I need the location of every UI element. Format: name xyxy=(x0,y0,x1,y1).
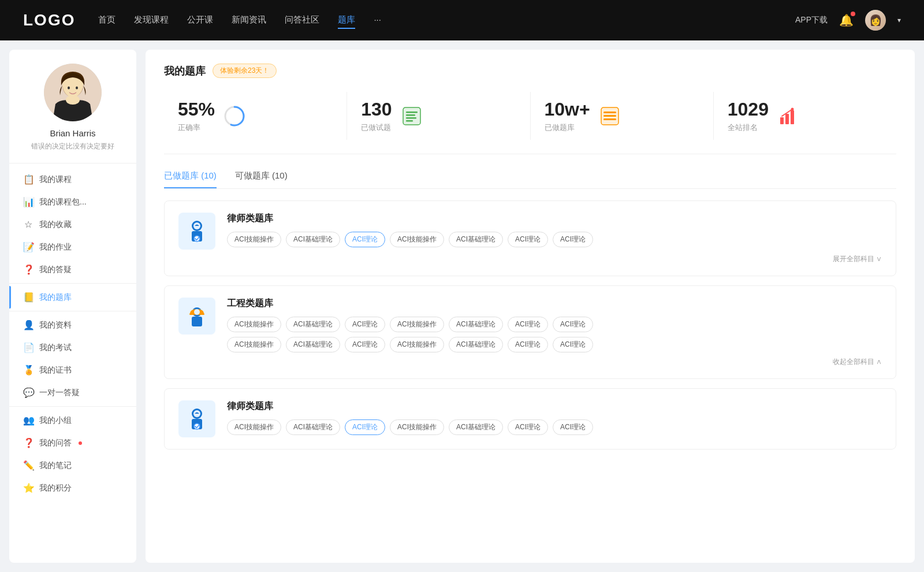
qbank-tag[interactable]: ACI技能操作 xyxy=(390,317,444,332)
sidebar-item-profile[interactable]: 👤 我的资料 xyxy=(9,314,136,336)
svg-rect-21 xyxy=(791,110,794,124)
sidebar-item-favorites[interactable]: ☆ 我的收藏 xyxy=(9,213,136,236)
nav-qa[interactable]: 问答社区 xyxy=(285,12,319,29)
sidebar-item-course[interactable]: 📋 我的课程 xyxy=(9,168,136,191)
qbank-tag[interactable]: ACI基础理论 xyxy=(449,337,503,352)
qbank-tag[interactable]: ACI理论 xyxy=(345,337,385,352)
nav-more[interactable]: ··· xyxy=(374,12,381,29)
sidebar-item-label: 我的笔记 xyxy=(39,460,72,471)
qbank-tag[interactable]: ACI技能操作 xyxy=(227,232,281,247)
qbank-collapse-btn[interactable]: 收起全部科目 ∧ xyxy=(178,357,882,367)
group-icon: 👥 xyxy=(23,415,33,426)
nav-notification-bell[interactable]: 🔔 xyxy=(839,13,854,27)
sidebar-item-label: 我的收藏 xyxy=(39,220,72,230)
svg-point-5 xyxy=(66,95,80,105)
qbank-tag[interactable]: ACI基础理论 xyxy=(286,419,340,435)
qbank-tag[interactable]: ACI技能操作 xyxy=(227,337,281,352)
sidebar-item-homework[interactable]: 📝 我的作业 xyxy=(9,236,136,258)
certificate-icon: 🏅 xyxy=(23,365,33,376)
sidebar-item-exam[interactable]: 📄 我的考试 xyxy=(9,336,136,359)
qbank-name-engineer: 工程类题库 xyxy=(227,298,882,310)
sidebar-divider-3 xyxy=(9,406,136,407)
sidebar-item-one-on-one[interactable]: 💬 一对一答疑 xyxy=(9,381,136,404)
sidebar-item-group[interactable]: 👥 我的小组 xyxy=(9,409,136,432)
qbank-tag[interactable]: ACI技能操作 xyxy=(390,337,444,352)
one-on-one-icon: 💬 xyxy=(23,387,33,398)
questions-icon: ❓ xyxy=(23,264,33,275)
trial-badge: 体验剩余23天！ xyxy=(213,64,277,78)
qbank-tag[interactable]: ACI理论 xyxy=(553,419,593,435)
tabs-row: 已做题库 (10) 可做题库 (10) xyxy=(164,170,896,189)
sidebar-item-questions[interactable]: ❓ 我的答疑 xyxy=(9,258,136,281)
svg-rect-28 xyxy=(192,317,202,326)
main-layout: Brian Harris 错误的决定比没有决定要好 📋 我的课程 📊 我的课程包… xyxy=(0,40,924,572)
qbank-tag[interactable]: ACI基础理论 xyxy=(449,232,503,247)
qbank-card-lawyer-2: 律师类题库 ACI技能操作 ACI基础理论 ACI理论 ACI技能操作 ACI基… xyxy=(164,388,896,450)
qbank-tags-engineer-row1: ACI技能操作 ACI基础理论 ACI理论 ACI技能操作 ACI基础理论 AC… xyxy=(227,317,882,332)
stat-done-questions-label: 已做试题 xyxy=(361,122,392,133)
sidebar-menu: 📋 我的课程 📊 我的课程包... ☆ 我的收藏 📝 我的作业 ❓ 我的答疑 � xyxy=(9,164,136,504)
sidebar-item-label: 一对一答疑 xyxy=(39,388,80,398)
svg-point-30 xyxy=(194,309,200,315)
qbank-tag[interactable]: ACI理论 xyxy=(508,232,548,247)
svg-rect-13 xyxy=(406,120,413,122)
sidebar-item-question-bank[interactable]: 📒 我的题库 xyxy=(9,286,136,309)
user-avatar xyxy=(44,64,102,121)
sidebar-item-label: 我的作业 xyxy=(39,242,72,252)
stat-accuracy-label: 正确率 xyxy=(178,122,215,133)
sidebar: Brian Harris 错误的决定比没有决定要好 📋 我的课程 📊 我的课程包… xyxy=(9,50,136,563)
profile-icon: 👤 xyxy=(23,320,33,330)
tab-done-banks[interactable]: 已做题库 (10) xyxy=(164,170,217,188)
qbank-tag[interactable]: ACI理论 xyxy=(508,317,548,332)
stat-ranking-value: 1029 xyxy=(728,99,769,120)
qbank-tag[interactable]: ACI基础理论 xyxy=(286,317,340,332)
qbank-card-engineer: 工程类题库 ACI技能操作 ACI基础理论 ACI理论 ACI技能操作 ACI基… xyxy=(164,285,896,379)
done-questions-icon xyxy=(400,105,423,128)
qbank-tag[interactable]: ACI技能操作 xyxy=(227,317,281,332)
sidebar-item-notes[interactable]: ✏️ 我的笔记 xyxy=(9,454,136,477)
nav-avatar[interactable]: 👩 xyxy=(865,10,886,31)
qbank-tag[interactable]: ACI技能操作 xyxy=(390,232,444,247)
qbank-tag-active[interactable]: ACI理论 xyxy=(345,232,385,247)
qbank-tag[interactable]: ACI技能操作 xyxy=(227,419,281,435)
qbank-tag[interactable]: ACI基础理论 xyxy=(286,232,340,247)
qbank-icon-lawyer-2 xyxy=(178,400,215,437)
qbank-tag[interactable]: ACI基础理论 xyxy=(449,419,503,435)
sidebar-item-label: 我的小组 xyxy=(39,415,72,426)
sidebar-item-label: 我的考试 xyxy=(39,343,72,353)
qbank-tag[interactable]: ACI理论 xyxy=(553,317,593,332)
sidebar-item-my-qa[interactable]: ❓ 我的问答 xyxy=(9,432,136,454)
sidebar-item-certificate[interactable]: 🏅 我的证书 xyxy=(9,359,136,381)
accuracy-icon xyxy=(223,105,246,128)
qbank-tags-engineer-row2: ACI技能操作 ACI基础理论 ACI理论 ACI技能操作 ACI基础理论 AC… xyxy=(227,337,882,352)
nav-dropdown-arrow[interactable]: ▾ xyxy=(897,16,901,24)
tab-available-banks[interactable]: 可做题库 (10) xyxy=(235,170,288,188)
qbank-tag[interactable]: ACI基础理论 xyxy=(286,337,340,352)
sidebar-item-label: 我的课程包... xyxy=(39,197,87,207)
qbank-tag[interactable]: ACI理论 xyxy=(508,337,548,352)
qbank-tag[interactable]: ACI理论 xyxy=(553,232,593,247)
svg-rect-11 xyxy=(406,114,415,116)
svg-rect-18 xyxy=(603,118,616,120)
stat-done-banks: 10w+ 已做题库 xyxy=(531,92,714,140)
qbank-tag[interactable]: ACI基础理论 xyxy=(449,317,503,332)
sidebar-divider xyxy=(9,283,136,284)
points-icon: ⭐ xyxy=(23,482,33,493)
nav-app-download[interactable]: APP下载 xyxy=(795,15,828,25)
qbank-tag[interactable]: ACI技能操作 xyxy=(390,419,444,435)
nav-question-bank[interactable]: 题库 xyxy=(338,12,355,29)
qbank-tag[interactable]: ACI理论 xyxy=(553,337,593,352)
nav-discover[interactable]: 发现课程 xyxy=(134,12,169,29)
qbank-tag[interactable]: ACI理论 xyxy=(345,317,385,332)
sidebar-item-course-package[interactable]: 📊 我的课程包... xyxy=(9,191,136,213)
nav-news[interactable]: 新闻资讯 xyxy=(232,12,266,29)
nav-home[interactable]: 首页 xyxy=(98,12,116,29)
sidebar-item-points[interactable]: ⭐ 我的积分 xyxy=(9,477,136,499)
nav-open-course[interactable]: 公开课 xyxy=(187,12,213,29)
qbank-expand-btn[interactable]: 展开全部科目 ∨ xyxy=(178,254,882,264)
qbank-tag[interactable]: ACI理论 xyxy=(508,419,548,435)
stat-accuracy-value: 55% xyxy=(178,99,215,120)
page-header: 我的题库 体验剩余23天！ xyxy=(164,64,896,78)
notes-icon: ✏️ xyxy=(23,460,33,471)
qbank-tag-active[interactable]: ACI理论 xyxy=(345,419,385,435)
